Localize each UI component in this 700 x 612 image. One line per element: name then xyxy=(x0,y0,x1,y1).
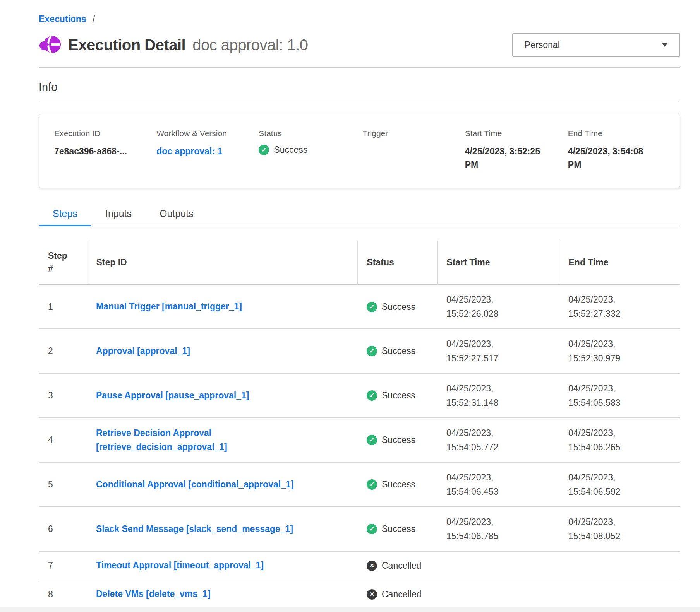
status-badge: Success xyxy=(259,145,362,155)
execution-id-value: 7e8ac396-a868-... xyxy=(54,145,156,158)
step-link[interactable]: Pause Approval [pause_approval_1] xyxy=(96,389,249,403)
step-end-time: 04/25/2023, 15:54:05.583 xyxy=(568,381,642,410)
breadcrumb-separator: / xyxy=(93,14,95,24)
info-field-end-time: End Time 4/25/2023, 3:54:08 PM xyxy=(568,129,676,171)
step-status-text: Success xyxy=(382,346,415,356)
success-check-icon xyxy=(367,479,377,490)
start-time-value: 4/25/2023, 3:52:25 PM xyxy=(465,145,542,171)
step-end-time: 04/25/2023, 15:54:06.592 xyxy=(568,470,642,499)
table-row: 2 Approval [approval_1] Success 04/25/20… xyxy=(39,329,680,373)
table-row: 1 Manual Trigger [manual_trigger_1] Succ… xyxy=(39,284,680,329)
step-num: 1 xyxy=(39,284,87,329)
cancelled-x-icon xyxy=(367,589,377,600)
steps-table: Step # Step ID Status Start Time End Tim… xyxy=(39,241,680,609)
workflow-logo-icon xyxy=(39,34,61,56)
success-check-icon xyxy=(367,524,377,534)
end-time-value: 4/25/2023, 3:54:08 PM xyxy=(568,145,645,171)
workflow-version-label: Workflow & Version xyxy=(156,129,259,138)
step-end-time: 04/25/2023, 15:52:30.979 xyxy=(568,337,642,366)
success-check-icon xyxy=(367,302,377,312)
step-start-time: 04/25/2023, 15:52:26.028 xyxy=(446,292,520,321)
info-divider xyxy=(39,101,680,101)
table-row: 7 Timeout Approval [timeout_approval_1] … xyxy=(39,551,680,580)
tab-bar: Steps Inputs Outputs xyxy=(39,205,680,226)
step-link[interactable]: Delete VMs [delete_vms_1] xyxy=(96,587,210,601)
step-link[interactable]: Conditional Approval [conditional_approv… xyxy=(96,478,293,492)
step-link[interactable]: Manual Trigger [manual_trigger_1] xyxy=(96,300,242,314)
table-row: 8 Delete VMs [delete_vms_1] Cancelled xyxy=(39,580,680,609)
info-field-start-time: Start Time 4/25/2023, 3:52:25 PM xyxy=(465,129,568,171)
col-step-num: Step # xyxy=(39,241,87,284)
col-status: Status xyxy=(357,241,437,284)
col-end-time: End Time xyxy=(559,241,680,284)
step-end-time: 04/25/2023, 15:52:27.332 xyxy=(568,292,642,321)
step-num: 8 xyxy=(39,580,87,609)
step-link[interactable]: Timeout Approval [timeout_approval_1] xyxy=(96,559,264,573)
step-end-time: 04/25/2023, 15:54:08.052 xyxy=(568,515,642,544)
step-start-time: 04/25/2023, 15:52:27.517 xyxy=(446,337,520,366)
success-check-icon xyxy=(367,346,377,356)
status-label: Status xyxy=(259,129,362,138)
page-subtitle: doc approval: 1.0 xyxy=(192,36,308,54)
step-end-time: 04/25/2023, 15:54:06.265 xyxy=(568,426,642,455)
workspace-dropdown-value: Personal xyxy=(525,40,662,50)
page-bottom-strip xyxy=(0,607,700,612)
page-header: Execution Detail doc approval: 1.0 Perso… xyxy=(39,33,680,57)
step-status-text: Success xyxy=(382,524,415,534)
step-link[interactable]: Slack Send Message [slack_send_message_1… xyxy=(96,522,293,536)
col-start-time: Start Time xyxy=(437,241,559,284)
status-value: Success xyxy=(274,145,307,155)
info-field-workflow-version: Workflow & Version doc approval: 1 xyxy=(156,129,259,171)
trigger-label: Trigger xyxy=(363,129,465,138)
header-divider xyxy=(39,67,680,68)
step-status-text: Success xyxy=(382,435,415,445)
table-row: 3 Pause Approval [pause_approval_1] Succ… xyxy=(39,373,680,418)
breadcrumb-executions-link[interactable]: Executions xyxy=(39,14,86,24)
step-num: 5 xyxy=(39,462,87,507)
info-card: Execution ID 7e8ac396-a868-... Workflow … xyxy=(39,114,680,188)
tab-outputs[interactable]: Outputs xyxy=(146,205,208,226)
info-field-execution-id: Execution ID 7e8ac396-a868-... xyxy=(54,129,156,171)
step-start-time: 04/25/2023, 15:52:31.148 xyxy=(446,381,520,410)
steps-table-header-row: Step # Step ID Status Start Time End Tim… xyxy=(39,241,680,284)
step-status-text: Success xyxy=(382,302,415,312)
info-section-title: Info xyxy=(39,81,680,94)
success-check-icon xyxy=(367,435,377,445)
execution-id-label: Execution ID xyxy=(54,129,156,138)
cancelled-x-icon xyxy=(367,561,377,571)
step-num: 2 xyxy=(39,329,87,373)
success-check-icon xyxy=(259,145,269,155)
success-check-icon xyxy=(367,390,377,401)
step-status-text: Cancelled xyxy=(382,561,421,571)
step-status-text: Cancelled xyxy=(382,589,421,600)
step-num: 4 xyxy=(39,418,87,462)
table-row: 4 Retrieve Decision Approval [retrieve_d… xyxy=(39,418,680,462)
table-row: 6 Slack Send Message [slack_send_message… xyxy=(39,507,680,551)
tab-steps[interactable]: Steps xyxy=(39,205,91,226)
start-time-label: Start Time xyxy=(465,129,568,138)
step-link[interactable]: Approval [approval_1] xyxy=(96,344,190,358)
step-num: 7 xyxy=(39,551,87,580)
tab-inputs[interactable]: Inputs xyxy=(91,205,146,226)
execution-detail-page: Executions / Execution Detail doc approv… xyxy=(0,0,700,612)
step-link[interactable]: Retrieve Decision Approval [retrieve_dec… xyxy=(96,426,321,454)
step-status-text: Success xyxy=(382,390,415,401)
step-start-time: 04/25/2023, 15:54:06.453 xyxy=(446,470,520,499)
info-field-status: Status Success xyxy=(259,129,362,171)
end-time-label: End Time xyxy=(568,129,676,138)
title-group: Execution Detail doc approval: 1.0 xyxy=(39,34,512,56)
breadcrumb: Executions / xyxy=(39,14,680,24)
info-field-trigger: Trigger xyxy=(363,129,465,171)
workspace-dropdown[interactable]: Personal xyxy=(512,33,680,57)
step-num: 3 xyxy=(39,373,87,418)
step-num: 6 xyxy=(39,507,87,551)
col-step-id: Step ID xyxy=(87,241,357,284)
workflow-version-link[interactable]: doc approval: 1 xyxy=(156,145,259,158)
chevron-down-icon xyxy=(662,43,668,47)
step-start-time: 04/25/2023, 15:54:06.785 xyxy=(446,515,520,544)
table-row: 5 Conditional Approval [conditional_appr… xyxy=(39,462,680,507)
page-title: Execution Detail xyxy=(68,36,185,54)
step-start-time: 04/25/2023, 15:54:05.772 xyxy=(446,426,520,455)
step-status-text: Success xyxy=(382,479,415,490)
